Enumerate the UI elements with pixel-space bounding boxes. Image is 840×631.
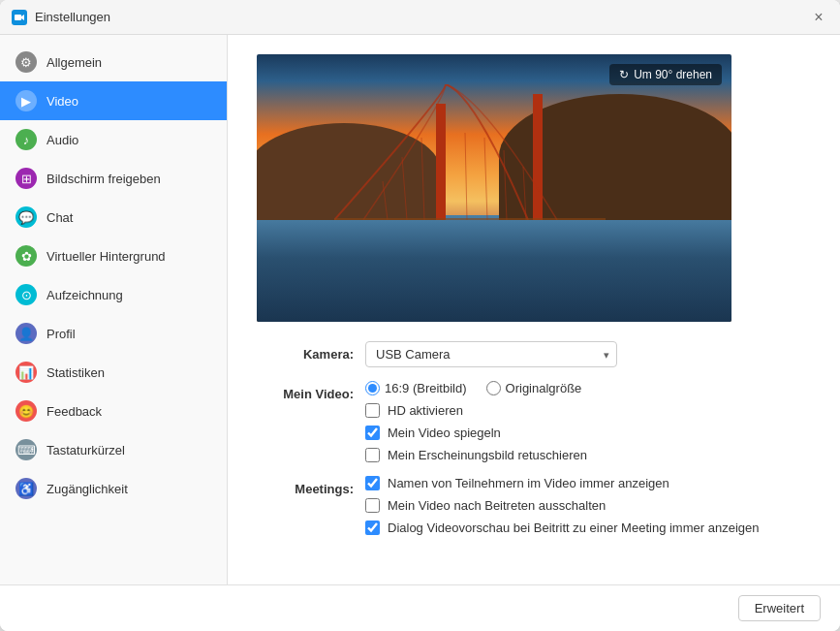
sidebar-item-statistiken[interactable]: 📊Statistiken: [0, 353, 227, 392]
sidebar-icon-audio: ♪: [16, 129, 37, 150]
checkbox-preview-dialog-label: Dialog Videovorschau bei Beitritt zu ein…: [388, 521, 759, 535]
rotate-label: Um 90° drehen: [634, 68, 712, 81]
sidebar-label-bildschirm: Bildschirm freigeben: [47, 172, 161, 186]
svg-line-5: [465, 133, 467, 220]
sidebar-label-virtuell: Virtueller Hintergrund: [47, 249, 166, 264]
my-video-controls: 16:9 (Breitbild) Originalgröße HD aktivi…: [365, 381, 811, 462]
checkbox-hd-input[interactable]: [365, 403, 380, 418]
checkbox-mute-video[interactable]: Mein Video nach Beitreten ausschalten: [365, 498, 811, 513]
aspect-ratio-group: 16:9 (Breitbild) Originalgröße: [365, 381, 811, 395]
checkbox-show-names-input[interactable]: [365, 476, 380, 490]
app-icon: [12, 10, 27, 25]
radio-original-label: Originalgröße: [506, 381, 582, 395]
radio-original[interactable]: Originalgröße: [486, 381, 582, 395]
bridge-cables-svg: [334, 84, 606, 220]
sidebar-icon-feedback: 😊: [16, 400, 37, 422]
sidebar: ⚙Allgemein▶Video♪Audio⊞Bildschirm freige…: [0, 35, 228, 584]
checkbox-retouch[interactable]: Mein Erscheinungsbild retuschieren: [365, 448, 811, 462]
rotate-button[interactable]: ↻ Um 90° drehen: [609, 64, 722, 85]
close-button[interactable]: ×: [809, 8, 828, 27]
window-title: Einstellungen: [35, 10, 110, 24]
sidebar-item-feedback[interactable]: 😊Feedback: [0, 392, 227, 430]
camera-select-wrapper: USB Camera FaceTime HD Camera No Video ▾: [365, 341, 617, 367]
sidebar-label-aufzeichnung: Aufzeichnung: [47, 288, 123, 302]
sidebar-label-zugaenglich: Zugänglichkeit: [47, 482, 128, 496]
settings-window: Einstellungen × ⚙Allgemein▶Video♪Audio⊞B…: [0, 0, 840, 631]
meetings-row: Meetings: Namen von Teilnehmern im Video…: [257, 476, 811, 535]
camera-preview: ↻ Um 90° drehen: [257, 54, 731, 322]
sidebar-item-zugaenglich[interactable]: ♿Zugänglichkeit: [0, 469, 227, 508]
checkbox-mute-video-label: Mein Video nach Beitreten ausschalten: [388, 498, 606, 513]
sidebar-item-video[interactable]: ▶Video: [0, 81, 227, 120]
sidebar-icon-zugaenglich: ♿: [16, 478, 37, 499]
sidebar-item-profil[interactable]: 👤Profil: [0, 314, 227, 353]
meetings-controls: Namen von Teilnehmern im Video immer anz…: [365, 476, 811, 535]
svg-rect-0: [15, 15, 21, 20]
sidebar-icon-video: ▶: [16, 90, 37, 111]
checkbox-mute-video-input[interactable]: [365, 498, 380, 513]
checkbox-mirror[interactable]: Mein Video spiegeln: [365, 426, 811, 440]
sidebar-item-aufzeichnung[interactable]: ⊙Aufzeichnung: [0, 275, 227, 314]
checkbox-show-names-label: Namen von Teilnehmern im Video immer anz…: [388, 476, 669, 490]
camera-label: Kamera:: [257, 341, 354, 362]
rotate-icon: ↻: [619, 68, 629, 81]
svg-line-3: [402, 157, 407, 220]
sidebar-label-video: Video: [47, 94, 78, 109]
radio-16-9-input[interactable]: [365, 381, 380, 395]
svg-marker-1: [21, 15, 24, 20]
my-video-label: Mein Video:: [257, 381, 354, 401]
svg-line-4: [421, 138, 424, 220]
preview-background: [257, 54, 731, 322]
sidebar-icon-virtuell: ✿: [16, 245, 37, 267]
checkbox-mirror-label: Mein Video spiegeln: [388, 426, 501, 440]
checkbox-show-names[interactable]: Namen von Teilnehmern im Video immer anz…: [365, 476, 811, 490]
sidebar-item-chat[interactable]: 💬Chat: [0, 198, 227, 237]
sidebar-label-statistiken: Statistiken: [47, 365, 105, 380]
sidebar-icon-profil: 👤: [16, 323, 37, 344]
sidebar-item-allgemein[interactable]: ⚙Allgemein: [0, 43, 227, 81]
radio-16-9-label: 16:9 (Breitbild): [385, 381, 467, 395]
sidebar-icon-statistiken: 📊: [16, 362, 37, 383]
bridge-water: [257, 215, 731, 322]
sidebar-icon-allgemein: ⚙: [16, 51, 37, 73]
settings-form: Kamera: USB Camera FaceTime HD Camera No…: [257, 341, 811, 535]
camera-controls: USB Camera FaceTime HD Camera No Video ▾: [365, 341, 811, 367]
titlebar: Einstellungen ×: [0, 0, 840, 35]
checkbox-retouch-label: Mein Erscheinungsbild retuschieren: [388, 448, 587, 462]
sidebar-label-profil: Profil: [47, 327, 76, 341]
bottom-bar: Erweitert: [0, 584, 840, 631]
checkbox-preview-dialog[interactable]: Dialog Videovorschau bei Beitritt zu ein…: [365, 521, 811, 535]
sidebar-label-allgemein: Allgemein: [47, 55, 102, 70]
sidebar-item-bildschirm[interactable]: ⊞Bildschirm freigeben: [0, 159, 227, 198]
radio-original-input[interactable]: [486, 381, 501, 395]
checkbox-hd[interactable]: HD aktivieren: [365, 403, 811, 418]
checkbox-retouch-input[interactable]: [365, 448, 380, 462]
sidebar-item-tastatur[interactable]: ⌨Tastaturkürzel: [0, 430, 227, 469]
checkbox-preview-dialog-input[interactable]: [365, 521, 380, 535]
sidebar-icon-aufzeichnung: ⊙: [16, 284, 37, 305]
checkbox-hd-label: HD aktivieren: [388, 403, 463, 418]
camera-row: Kamera: USB Camera FaceTime HD Camera No…: [257, 341, 811, 367]
sidebar-label-audio: Audio: [47, 133, 78, 147]
sidebar-item-virtuell[interactable]: ✿Virtueller Hintergrund: [0, 237, 227, 275]
titlebar-left: Einstellungen: [12, 10, 110, 25]
svg-line-7: [504, 150, 507, 220]
meetings-label: Meetings:: [257, 476, 354, 496]
sidebar-icon-chat: 💬: [16, 206, 37, 228]
main-content: ↻ Um 90° drehen Kamera: USB Camera FaceT…: [228, 35, 840, 584]
sidebar-label-tastatur: Tastaturkürzel: [47, 443, 125, 457]
camera-select[interactable]: USB Camera FaceTime HD Camera No Video: [365, 341, 617, 367]
sidebar-item-audio[interactable]: ♪Audio: [0, 120, 227, 159]
my-video-row: Mein Video: 16:9 (Breitbild) Originalgrö…: [257, 381, 811, 462]
sidebar-label-feedback: Feedback: [47, 404, 102, 419]
sidebar-icon-tastatur: ⌨: [16, 439, 37, 460]
sidebar-icon-bildschirm: ⊞: [16, 168, 37, 189]
radio-16-9[interactable]: 16:9 (Breitbild): [365, 381, 467, 395]
content-area: ⚙Allgemein▶Video♪Audio⊞Bildschirm freige…: [0, 35, 840, 584]
checkbox-mirror-input[interactable]: [365, 426, 380, 440]
sidebar-label-chat: Chat: [47, 210, 73, 225]
erweitert-button[interactable]: Erweitert: [738, 595, 821, 621]
svg-line-6: [484, 138, 487, 220]
